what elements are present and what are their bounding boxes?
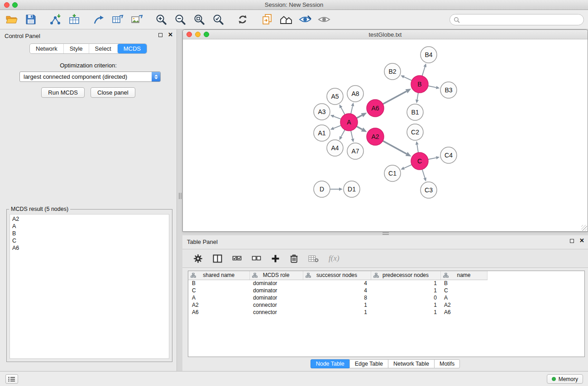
result-item[interactable]: A6	[10, 244, 169, 252]
graph-edge-A-A7[interactable]	[351, 131, 353, 139]
table-row[interactable]: A6connector11A6	[188, 309, 584, 316]
show-style-button[interactable]	[298, 12, 312, 27]
graph-edge-A-A3[interactable]	[334, 116, 341, 119]
network-window-titlebar[interactable]: testGlobe.txt	[183, 30, 588, 39]
graph-edge-C-C2[interactable]	[417, 145, 418, 153]
graph-edge-B-B4[interactable]	[422, 67, 425, 76]
graph-node-C4[interactable]: C4	[440, 147, 457, 163]
node-table[interactable]: shared nameMCDS rolesuccessor nodesprede…	[188, 271, 585, 357]
zoom-window-button[interactable]	[12, 2, 18, 8]
tab-motifs[interactable]: Motifs	[434, 359, 460, 368]
show-column-button[interactable]	[213, 253, 222, 264]
table-row[interactable]: Cdominator41C	[188, 287, 584, 294]
tab-style[interactable]: Style	[63, 44, 89, 53]
graph-edge-A2-C[interactable]	[383, 141, 406, 154]
result-item[interactable]: A	[10, 223, 169, 230]
column-header-name[interactable]: name	[440, 271, 487, 280]
horizontal-splitter-grip[interactable]	[382, 232, 389, 235]
zoom-fit-button[interactable]	[192, 12, 206, 27]
run-mcds-button[interactable]: Run MCDS	[41, 87, 85, 98]
dropdown-stepper-icon[interactable]	[152, 72, 160, 81]
deselect-all-button[interactable]	[252, 253, 261, 264]
tab-edge-table[interactable]: Edge Table	[349, 359, 388, 368]
graph-node-C1[interactable]: C1	[384, 165, 401, 181]
graph-node-A5[interactable]: A5	[327, 88, 343, 105]
table-row[interactable]: Adominator80A	[188, 294, 584, 301]
open-session-button[interactable]	[5, 12, 19, 27]
graph-node-B4[interactable]: B4	[421, 47, 437, 63]
search-field[interactable]	[449, 14, 584, 25]
open-recent-button[interactable]	[260, 12, 274, 27]
zoom-in-button[interactable]	[154, 12, 168, 27]
show-hide-button[interactable]	[317, 12, 331, 27]
tab-select[interactable]: Select	[89, 44, 117, 53]
graph-node-B1[interactable]: B1	[407, 104, 423, 120]
network-canvas-area[interactable]: B4B2BB3A5A8A6B1A3AC2A1A2A4A7CC4C1C3DD1	[183, 39, 588, 231]
export-table-button[interactable]	[110, 12, 125, 27]
graph-node-C3[interactable]: C3	[421, 182, 437, 198]
graph-edge-A-A5[interactable]	[341, 108, 345, 115]
graph-node-C[interactable]: C	[411, 152, 428, 170]
function-builder-button[interactable]: f(x)	[329, 253, 339, 264]
tab-node-table[interactable]: Node Table	[311, 359, 350, 368]
table-row[interactable]: A2connector11A2	[188, 301, 584, 309]
column-header-shared-name[interactable]: shared name	[188, 271, 249, 280]
search-input[interactable]	[462, 16, 580, 23]
graph-node-D[interactable]: D	[314, 181, 330, 197]
graph-edge-B-B2[interactable]	[404, 77, 411, 81]
graph-edge-A-A4[interactable]	[341, 130, 345, 137]
graph-edge-A-A6[interactable]	[357, 115, 362, 118]
graph-node-A6[interactable]: A6	[367, 100, 384, 117]
graph-node-D1[interactable]: D1	[344, 181, 360, 197]
save-session-button[interactable]	[24, 12, 38, 27]
add-button[interactable]	[271, 253, 280, 264]
result-item[interactable]: B	[10, 230, 169, 237]
graph-edge-A-A1[interactable]	[334, 125, 341, 129]
graph-edge-B-B1[interactable]	[417, 93, 418, 100]
window-resize-grip[interactable]	[581, 225, 587, 231]
tab-mcds[interactable]: MCDS	[117, 44, 147, 53]
mcds-result-list[interactable]: A2ABCA6	[10, 214, 169, 359]
close-panel-icon[interactable]: ✕	[168, 33, 173, 37]
table-settings-button[interactable]	[193, 253, 203, 264]
graph-node-A2[interactable]: A2	[367, 128, 384, 145]
float-panel-icon[interactable]	[158, 33, 163, 37]
task-history-button[interactable]	[5, 374, 18, 384]
column-header-predecessor-nodes[interactable]: predecessor nodes	[371, 271, 440, 280]
zoom-selected-button[interactable]	[211, 12, 225, 27]
zoom-out-button[interactable]	[173, 12, 187, 27]
graph-node-C2[interactable]: C2	[407, 124, 423, 140]
result-item[interactable]: C	[10, 237, 169, 244]
network-canvas[interactable]: B4B2BB3A5A8A6B1A3AC2A1A2A4A7CC4C1C3DD1	[183, 39, 588, 231]
import-network-button[interactable]	[48, 12, 62, 27]
export-image-button[interactable]	[129, 12, 144, 27]
graph-edge-A6-B[interactable]	[383, 91, 406, 104]
vertical-splitter-grip[interactable]	[179, 193, 182, 199]
select-all-button[interactable]	[232, 253, 242, 264]
graph-edge-A-A8[interactable]	[351, 106, 353, 114]
network-zoom-button[interactable]	[204, 32, 209, 37]
tab-network[interactable]: Network	[30, 44, 63, 53]
result-item[interactable]: A2	[10, 215, 169, 223]
graph-edge-C-C4[interactable]	[428, 158, 436, 160]
graph-node-A[interactable]: A	[340, 114, 358, 131]
graph-node-B2[interactable]: B2	[384, 63, 401, 80]
column-header-mcds-role[interactable]: MCDS role	[249, 271, 303, 280]
graph-edge-A-A2[interactable]	[357, 126, 362, 129]
graph-edge-C-C1[interactable]	[404, 165, 412, 168]
show-network-home-button[interactable]	[279, 12, 293, 27]
tab-network-table[interactable]: Network Table	[388, 359, 435, 368]
export-network-button[interactable]	[91, 12, 106, 27]
delete-button[interactable]	[290, 253, 298, 264]
graph-edge-C-C3[interactable]	[422, 169, 425, 178]
graph-node-B[interactable]: B	[411, 76, 428, 93]
graph-node-B3[interactable]: B3	[440, 82, 457, 98]
graph-node-A8[interactable]: A8	[347, 86, 363, 102]
network-minimize-button[interactable]	[195, 32, 201, 37]
graph-edge-B-B3[interactable]	[428, 86, 436, 88]
graph-node-A3[interactable]: A3	[314, 104, 330, 120]
criterion-dropdown[interactable]: largest connected component (directed)	[19, 71, 161, 82]
import-table-button[interactable]	[67, 12, 81, 27]
column-header-successor-nodes[interactable]: successor nodes	[303, 271, 371, 280]
graph-node-A1[interactable]: A1	[314, 125, 330, 141]
